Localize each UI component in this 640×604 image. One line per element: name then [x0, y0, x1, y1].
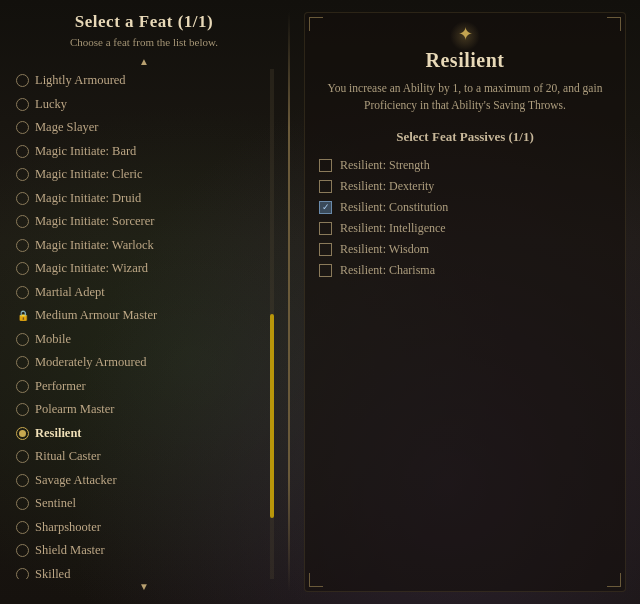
feat-item-lightly-armoured[interactable]: Lightly Armoured — [14, 69, 274, 93]
feat-list: Lightly ArmouredLuckyMage SlayerMagic In… — [14, 69, 274, 579]
corner-decoration-br — [607, 573, 621, 587]
feat-item-mage-slayer[interactable]: Mage Slayer — [14, 116, 274, 140]
passive-checkbox[interactable] — [319, 159, 332, 172]
radio-button[interactable] — [16, 427, 29, 440]
feat-item-shield-master[interactable]: Shield Master — [14, 539, 274, 563]
passive-checkbox[interactable] — [319, 264, 332, 277]
corner-decoration-bl — [309, 573, 323, 587]
feat-item-sharpshooter[interactable]: Sharpshooter — [14, 516, 274, 540]
radio-button[interactable] — [16, 521, 29, 534]
passive-checkbox[interactable] — [319, 243, 332, 256]
radio-button[interactable] — [16, 192, 29, 205]
radio-button[interactable] — [16, 98, 29, 111]
feat-item-resilient[interactable]: Resilient — [14, 422, 274, 446]
radio-button[interactable] — [16, 168, 29, 181]
feat-item-polearm-master[interactable]: Polearm Master — [14, 398, 274, 422]
passive-label: Resilient: Intelligence — [340, 221, 446, 236]
radio-button[interactable] — [16, 121, 29, 134]
feat-icon: ✦ — [458, 23, 473, 45]
passive-item-wisdom[interactable]: Resilient: Wisdom — [319, 239, 611, 260]
passive-checkbox[interactable] — [319, 180, 332, 193]
feat-label: Magic Initiate: Druid — [35, 190, 141, 208]
passives-header: Select Feat Passives (1/1) — [319, 129, 611, 145]
feat-label: Lightly Armoured — [35, 72, 126, 90]
feat-item-magic-initiate-warlock[interactable]: Magic Initiate: Warlock — [14, 234, 274, 258]
panel-title: Select a Feat (1/1) — [14, 12, 274, 32]
scrollbar-thumb[interactable] — [270, 314, 274, 518]
feat-item-savage-attacker[interactable]: Savage Attacker — [14, 469, 274, 493]
passive-item-strength[interactable]: Resilient: Strength — [319, 155, 611, 176]
feat-list-panel: Select a Feat (1/1) Choose a feat from t… — [14, 12, 274, 592]
radio-button[interactable] — [16, 74, 29, 87]
feat-item-sentinel[interactable]: Sentinel — [14, 492, 274, 516]
radio-button[interactable] — [16, 568, 29, 579]
passive-label: Resilient: Wisdom — [340, 242, 429, 257]
feat-label: Sharpshooter — [35, 519, 101, 537]
feat-label: Medium Armour Master — [35, 307, 157, 325]
passive-item-charisma[interactable]: Resilient: Charisma — [319, 260, 611, 281]
feat-list-container: Lightly ArmouredLuckyMage SlayerMagic In… — [14, 69, 274, 579]
feat-label: Skilled — [35, 566, 70, 580]
feat-label: Polearm Master — [35, 401, 115, 419]
feat-item-ritual-caster[interactable]: Ritual Caster — [14, 445, 274, 469]
lock-icon: 🔒 — [16, 309, 29, 322]
feat-detail-panel: ✦ Resilient You increase an Ability by 1… — [304, 12, 626, 592]
feat-label: Magic Initiate: Warlock — [35, 237, 154, 255]
radio-button[interactable] — [16, 215, 29, 228]
feat-item-martial-adept[interactable]: Martial Adept — [14, 281, 274, 305]
feat-item-performer[interactable]: Performer — [14, 375, 274, 399]
passive-item-dexterity[interactable]: Resilient: Dexterity — [319, 176, 611, 197]
feat-item-magic-initiate-druid[interactable]: Magic Initiate: Druid — [14, 187, 274, 211]
feat-item-moderately-armoured[interactable]: Moderately Armoured — [14, 351, 274, 375]
radio-button[interactable] — [16, 286, 29, 299]
radio-button[interactable] — [16, 333, 29, 346]
feat-item-magic-initiate-cleric[interactable]: Magic Initiate: Cleric — [14, 163, 274, 187]
radio-button[interactable] — [16, 145, 29, 158]
scrollbar-track[interactable] — [270, 69, 274, 579]
feat-item-magic-initiate-wizard[interactable]: Magic Initiate: Wizard — [14, 257, 274, 281]
feat-label: Magic Initiate: Cleric — [35, 166, 143, 184]
feat-item-magic-initiate-sorcerer[interactable]: Magic Initiate: Sorcerer — [14, 210, 274, 234]
corner-decoration-tr — [607, 17, 621, 31]
feat-label: Moderately Armoured — [35, 354, 146, 372]
feat-label: Magic Initiate: Sorcerer — [35, 213, 154, 231]
feat-label: Ritual Caster — [35, 448, 101, 466]
passive-item-intelligence[interactable]: Resilient: Intelligence — [319, 218, 611, 239]
passive-checkbox[interactable] — [319, 222, 332, 235]
feat-item-magic-initiate-bard[interactable]: Magic Initiate: Bard — [14, 140, 274, 164]
feat-item-lucky[interactable]: Lucky — [14, 93, 274, 117]
radio-button[interactable] — [16, 544, 29, 557]
feat-label: Mage Slayer — [35, 119, 99, 137]
feat-detail-title: Resilient — [319, 49, 611, 72]
radio-button[interactable] — [16, 380, 29, 393]
passive-checkbox[interactable] — [319, 201, 332, 214]
feat-label: Shield Master — [35, 542, 105, 560]
panel-divider — [288, 12, 290, 592]
feat-label: Sentinel — [35, 495, 76, 513]
feat-label: Martial Adept — [35, 284, 105, 302]
radio-button[interactable] — [16, 474, 29, 487]
radio-button[interactable] — [16, 403, 29, 416]
feat-icon-area: ✦ — [319, 23, 611, 45]
feat-label: Magic Initiate: Wizard — [35, 260, 148, 278]
feat-description: You increase an Ability by 1, to a maxim… — [319, 80, 611, 115]
passive-label: Resilient: Charisma — [340, 263, 435, 278]
scroll-arrow-top[interactable]: ▲ — [14, 56, 274, 67]
radio-button[interactable] — [16, 356, 29, 369]
passive-item-constitution[interactable]: Resilient: Constitution — [319, 197, 611, 218]
radio-button[interactable] — [16, 239, 29, 252]
corner-decoration-tl — [309, 17, 323, 31]
feat-item-mobile[interactable]: Mobile — [14, 328, 274, 352]
feat-label: Resilient — [35, 425, 82, 443]
feat-label: Lucky — [35, 96, 67, 114]
radio-button[interactable] — [16, 497, 29, 510]
feat-label: Performer — [35, 378, 86, 396]
feat-item-skilled[interactable]: Skilled — [14, 563, 274, 580]
scroll-arrow-bottom[interactable]: ▼ — [14, 581, 274, 592]
feat-label: Mobile — [35, 331, 71, 349]
panel-subtitle: Choose a feat from the list below. — [14, 36, 274, 48]
radio-button[interactable] — [16, 262, 29, 275]
feat-item-medium-armour-master[interactable]: 🔒Medium Armour Master — [14, 304, 274, 328]
radio-button[interactable] — [16, 450, 29, 463]
passive-label: Resilient: Constitution — [340, 200, 448, 215]
